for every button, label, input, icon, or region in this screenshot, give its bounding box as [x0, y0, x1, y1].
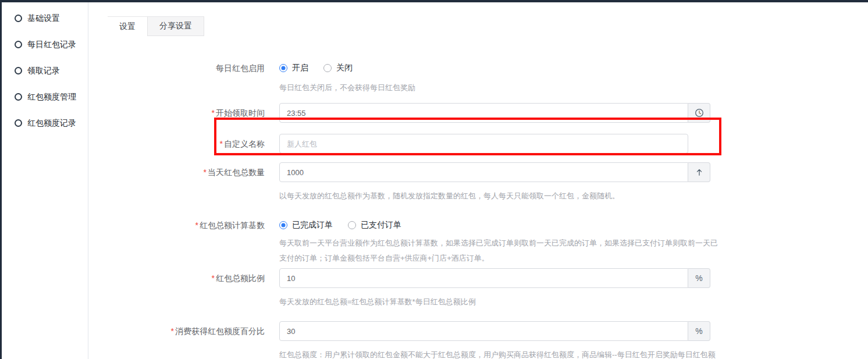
required-mark: *: [204, 168, 207, 177]
radio-checked-icon: [279, 64, 287, 72]
radio-enable-off[interactable]: 关闭: [323, 63, 353, 73]
circle-icon: [15, 67, 22, 74]
radio-group-calc-base: 已完成订单 已支付订单: [279, 219, 725, 231]
sidebar-item-daily-redpacket-records[interactable]: 每日红包记录: [15, 38, 88, 51]
time-picker-trigger[interactable]: [688, 103, 710, 123]
circle-icon: [15, 41, 22, 48]
circle-icon: [15, 119, 22, 127]
radio-paid-orders[interactable]: 已支付订单: [348, 220, 401, 230]
form-row-total-count: *当天红包总数量 以每天发放的红包总额作为基数，随机发放指定数量的红包，每人每天…: [88, 162, 868, 204]
clock-icon: [695, 108, 704, 118]
sidebar-item-claim-records[interactable]: 领取记录: [15, 65, 88, 77]
circle-icon: [15, 15, 22, 22]
tab-bar: 设置 分享设置: [108, 16, 204, 36]
help-text: 以每天发放的红包总额作为基数，随机发放指定数量的红包，每人每天只能领取一个红包，…: [279, 189, 710, 204]
radio-enable-on[interactable]: 开启: [279, 63, 308, 73]
settings-form: 每日红包启用 开启 关闭 每日红包关闭后，不会获得每日红包奖励: [88, 62, 868, 359]
required-mark: *: [220, 139, 223, 148]
radio-group-daily-enable: 开启 关闭: [279, 62, 415, 74]
required-mark: *: [195, 221, 198, 230]
field-label: *当天红包总数量: [88, 162, 265, 182]
arrow-up-icon: [695, 168, 704, 177]
radio-unchecked-icon: [348, 221, 356, 229]
radio-label: 开启: [292, 63, 308, 73]
required-mark: *: [212, 108, 215, 118]
radio-label: 已完成订单: [292, 220, 333, 230]
field-label: *红包总额计算基数: [88, 219, 265, 231]
field-label: *红包总额比例: [88, 268, 265, 288]
sidebar-item-label: 红包额度记录: [27, 118, 76, 129]
help-text: 红包总额度：用户累计领取的红包金额不能大于红包总额度，用户购买商品获得红包额度，…: [279, 347, 725, 359]
form-row-custom-name: *自定义名称: [88, 134, 868, 154]
main-content: 设置 分享设置 每日红包启用 开启 关闭 每日红包关闭后，: [88, 2, 868, 359]
required-mark: *: [212, 273, 215, 283]
form-row-amount-ratio: *红包总额比例 % 每天发放的红包总额=红包总额计算基数*每日红包总额比例: [88, 268, 868, 310]
field-label: *自定义名称: [88, 134, 265, 154]
field-label-text: 当天红包总数量: [208, 168, 265, 177]
sidebar-item-label: 每日红包记录: [27, 40, 76, 50]
amount-ratio-input[interactable]: [279, 268, 688, 288]
field-label-text: 每日红包启用: [216, 63, 265, 73]
radio-label: 关闭: [336, 63, 353, 73]
radio-unchecked-icon: [323, 64, 332, 72]
quota-percent-input[interactable]: [279, 321, 688, 341]
help-text: 每日红包关闭后，不会获得每日红包奖励: [279, 80, 415, 95]
field-label: 每日红包启用: [88, 62, 265, 74]
custom-name-input[interactable]: [279, 134, 688, 154]
radio-checked-icon: [279, 221, 287, 229]
sidebar-item-label: 基础设置: [27, 13, 60, 24]
sidebar-item-label: 红包额度管理: [27, 92, 76, 102]
start-time-input[interactable]: [279, 103, 688, 123]
sidebar-item-quota-management[interactable]: 红包额度管理: [15, 91, 88, 103]
field-label: *开始领取时间: [88, 103, 265, 123]
sidebar-item-label: 领取记录: [27, 66, 60, 76]
form-row-quota-percent: *消费获得红包额度百分比 % 红包总额度：用户累计领取的红包金额不能大于红包总额…: [88, 321, 868, 359]
sidebar-item-basic-settings[interactable]: 基础设置: [15, 12, 88, 24]
field-label-text: 红包总额计算基数: [200, 221, 265, 230]
form-row-daily-enable: 每日红包启用 开启 关闭 每日红包关闭后，不会获得每日红包奖励: [88, 62, 868, 95]
percent-label: %: [695, 273, 702, 283]
field-label-text: 开始领取时间: [216, 108, 265, 118]
total-count-input[interactable]: [279, 162, 688, 182]
help-text: 每天发放的红包总额=红包总额计算基数*每日红包总额比例: [279, 294, 710, 310]
field-label-text: 消费获得红包额度百分比: [175, 326, 265, 336]
required-mark: *: [171, 326, 174, 336]
percent-suffix: %: [688, 321, 710, 341]
percent-suffix: %: [688, 268, 710, 288]
circle-icon: [15, 93, 22, 101]
field-label-text: 红包总额比例: [216, 273, 265, 283]
radio-completed-orders[interactable]: 已完成订单: [279, 220, 333, 230]
sidebar-item-quota-records[interactable]: 红包额度记录: [15, 117, 88, 129]
sidebar: 基础设置 每日红包记录 领取记录 红包额度管理 红包额度记录: [2, 2, 88, 359]
form-row-calc-base: *红包总额计算基数 已完成订单 已支付订单 每天取前一天平台营业额作为红包总额计…: [88, 219, 868, 266]
field-label: *消费获得红包额度百分比: [88, 321, 265, 341]
form-row-start-time: *开始领取时间: [88, 103, 868, 123]
percent-label: %: [695, 326, 702, 336]
radio-label: 已支付订单: [361, 220, 401, 230]
tab-settings[interactable]: 设置: [108, 17, 147, 36]
field-label-text: 自定义名称: [224, 139, 265, 148]
tab-share-settings[interactable]: 分享设置: [147, 17, 204, 36]
count-suffix[interactable]: [688, 162, 710, 182]
help-text: 每天取前一天平台营业额作为红包总额计算基数，如果选择已完成订单则取前一天已完成的…: [279, 236, 725, 266]
